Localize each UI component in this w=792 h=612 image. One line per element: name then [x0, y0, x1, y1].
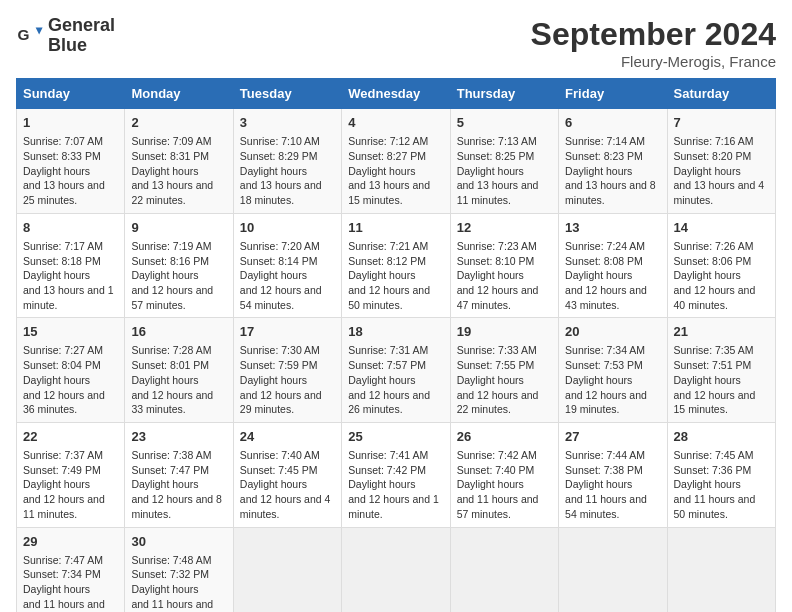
location: Fleury-Merogis, France [531, 53, 776, 70]
calendar-week-5: 29Sunrise: 7:47 AMSunset: 7:34 PMDayligh… [17, 527, 776, 612]
calendar-day-empty [667, 527, 775, 612]
logo-text: General Blue [48, 16, 115, 56]
calendar-day-6: 6Sunrise: 7:14 AMSunset: 8:23 PMDaylight… [559, 109, 667, 214]
logo-line2: Blue [48, 36, 115, 56]
logo-icon: G [16, 22, 44, 50]
calendar-day-29: 29Sunrise: 7:47 AMSunset: 7:34 PMDayligh… [17, 527, 125, 612]
calendar-day-23: 23Sunrise: 7:38 AMSunset: 7:47 PMDayligh… [125, 422, 233, 527]
calendar-day-18: 18Sunrise: 7:31 AMSunset: 7:57 PMDayligh… [342, 318, 450, 423]
calendar-day-30: 30Sunrise: 7:48 AMSunset: 7:32 PMDayligh… [125, 527, 233, 612]
logo-line1: General [48, 16, 115, 36]
col-sunday: Sunday [17, 79, 125, 109]
calendar-week-3: 15Sunrise: 7:27 AMSunset: 8:04 PMDayligh… [17, 318, 776, 423]
col-tuesday: Tuesday [233, 79, 341, 109]
calendar-day-28: 28Sunrise: 7:45 AMSunset: 7:36 PMDayligh… [667, 422, 775, 527]
calendar-day-empty [233, 527, 341, 612]
col-monday: Monday [125, 79, 233, 109]
calendar-week-2: 8Sunrise: 7:17 AMSunset: 8:18 PMDaylight… [17, 213, 776, 318]
calendar-day-8: 8Sunrise: 7:17 AMSunset: 8:18 PMDaylight… [17, 213, 125, 318]
col-friday: Friday [559, 79, 667, 109]
calendar-day-19: 19Sunrise: 7:33 AMSunset: 7:55 PMDayligh… [450, 318, 558, 423]
calendar-day-10: 10Sunrise: 7:20 AMSunset: 8:14 PMDayligh… [233, 213, 341, 318]
calendar-table: Sunday Monday Tuesday Wednesday Thursday… [16, 78, 776, 612]
calendar-day-22: 22Sunrise: 7:37 AMSunset: 7:49 PMDayligh… [17, 422, 125, 527]
calendar-header-row: Sunday Monday Tuesday Wednesday Thursday… [17, 79, 776, 109]
month-title: September 2024 [531, 16, 776, 53]
col-wednesday: Wednesday [342, 79, 450, 109]
title-block: September 2024 Fleury-Merogis, France [531, 16, 776, 70]
calendar-day-25: 25Sunrise: 7:41 AMSunset: 7:42 PMDayligh… [342, 422, 450, 527]
calendar-day-2: 2Sunrise: 7:09 AMSunset: 8:31 PMDaylight… [125, 109, 233, 214]
calendar-day-7: 7Sunrise: 7:16 AMSunset: 8:20 PMDaylight… [667, 109, 775, 214]
calendar-day-9: 9Sunrise: 7:19 AMSunset: 8:16 PMDaylight… [125, 213, 233, 318]
logo: G General Blue [16, 16, 115, 56]
page-header: G General Blue September 2024 Fleury-Mer… [16, 16, 776, 70]
calendar-day-16: 16Sunrise: 7:28 AMSunset: 8:01 PMDayligh… [125, 318, 233, 423]
calendar-day-12: 12Sunrise: 7:23 AMSunset: 8:10 PMDayligh… [450, 213, 558, 318]
calendar-day-empty [450, 527, 558, 612]
calendar-day-17: 17Sunrise: 7:30 AMSunset: 7:59 PMDayligh… [233, 318, 341, 423]
calendar-day-empty [342, 527, 450, 612]
calendar-day-3: 3Sunrise: 7:10 AMSunset: 8:29 PMDaylight… [233, 109, 341, 214]
calendar-day-15: 15Sunrise: 7:27 AMSunset: 8:04 PMDayligh… [17, 318, 125, 423]
svg-marker-1 [36, 27, 43, 34]
calendar-day-11: 11Sunrise: 7:21 AMSunset: 8:12 PMDayligh… [342, 213, 450, 318]
calendar-day-26: 26Sunrise: 7:42 AMSunset: 7:40 PMDayligh… [450, 422, 558, 527]
calendar-day-empty [559, 527, 667, 612]
calendar-day-14: 14Sunrise: 7:26 AMSunset: 8:06 PMDayligh… [667, 213, 775, 318]
col-thursday: Thursday [450, 79, 558, 109]
calendar-day-5: 5Sunrise: 7:13 AMSunset: 8:25 PMDaylight… [450, 109, 558, 214]
calendar-week-1: 1Sunrise: 7:07 AMSunset: 8:33 PMDaylight… [17, 109, 776, 214]
calendar-day-27: 27Sunrise: 7:44 AMSunset: 7:38 PMDayligh… [559, 422, 667, 527]
calendar-day-20: 20Sunrise: 7:34 AMSunset: 7:53 PMDayligh… [559, 318, 667, 423]
calendar-week-4: 22Sunrise: 7:37 AMSunset: 7:49 PMDayligh… [17, 422, 776, 527]
calendar-day-21: 21Sunrise: 7:35 AMSunset: 7:51 PMDayligh… [667, 318, 775, 423]
calendar-day-13: 13Sunrise: 7:24 AMSunset: 8:08 PMDayligh… [559, 213, 667, 318]
calendar-day-4: 4Sunrise: 7:12 AMSunset: 8:27 PMDaylight… [342, 109, 450, 214]
calendar-day-24: 24Sunrise: 7:40 AMSunset: 7:45 PMDayligh… [233, 422, 341, 527]
calendar-day-1: 1Sunrise: 7:07 AMSunset: 8:33 PMDaylight… [17, 109, 125, 214]
svg-text:G: G [17, 26, 29, 43]
col-saturday: Saturday [667, 79, 775, 109]
